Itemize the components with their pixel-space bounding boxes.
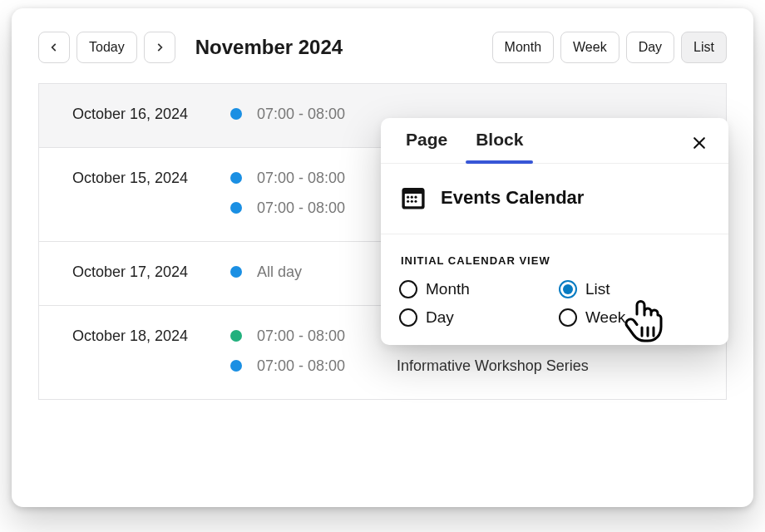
svg-point-5	[411, 196, 413, 199]
event-date: October 16, 2024	[72, 106, 215, 123]
prev-button[interactable]	[38, 32, 70, 63]
event-time: 07:00 - 08:00	[257, 328, 382, 345]
close-icon	[691, 135, 708, 151]
event-date: October 18, 2024	[72, 328, 215, 345]
radio-label: Month	[426, 280, 470, 298]
event-date: October 17, 2024	[72, 264, 215, 281]
calendar-icon	[399, 184, 427, 212]
settings-panel: Page Block Events Calendar Initial Calen…	[381, 118, 728, 345]
panel-tabs: Page Block	[381, 118, 728, 164]
event-title: Informative Workshop Series	[397, 357, 589, 375]
calendar-toolbar: Today November 2024 Month Week Day List	[38, 32, 727, 63]
svg-point-7	[407, 200, 409, 203]
today-button[interactable]: Today	[76, 32, 137, 63]
next-button[interactable]	[144, 32, 175, 63]
view-list-button[interactable]: List	[681, 32, 727, 63]
view-week-button[interactable]: Week	[560, 32, 619, 63]
svg-point-4	[407, 196, 409, 199]
event-dot-icon	[230, 172, 242, 184]
event-dot-icon	[230, 202, 242, 214]
section-label: Initial Calendar View	[401, 254, 710, 267]
event-row[interactable]: 07:00 - 08:00Informative Workshop Series	[72, 351, 703, 381]
event-time: 07:00 - 08:00	[257, 106, 382, 123]
event-time: All day	[257, 264, 382, 281]
nav-group: Today	[38, 32, 175, 63]
cursor-hand-icon	[624, 298, 665, 347]
event-dot-icon	[230, 266, 242, 278]
radio-list[interactable]: List	[559, 280, 710, 298]
event-dot-icon	[230, 360, 242, 372]
radio-label: List	[585, 280, 610, 298]
initial-view-section: Initial Calendar View Month List Day Wee…	[381, 234, 728, 345]
svg-point-6	[414, 196, 417, 199]
close-button[interactable]	[685, 129, 713, 157]
calendar-title: November 2024	[195, 36, 343, 59]
event-date: October 15, 2024	[72, 170, 215, 187]
tab-page[interactable]: Page	[399, 130, 454, 163]
block-title: Events Calendar	[441, 187, 584, 209]
view-month-button[interactable]: Month	[492, 32, 554, 63]
radio-icon	[559, 308, 577, 327]
radio-icon	[559, 280, 577, 298]
svg-rect-3	[405, 194, 422, 206]
view-switcher: Month Week Day List	[492, 32, 727, 63]
event-time: 07:00 - 08:00	[257, 357, 382, 375]
panel-header: Events Calendar	[381, 164, 728, 234]
view-day-button[interactable]: Day	[626, 32, 674, 63]
event-time: 07:00 - 08:00	[257, 200, 382, 217]
chevron-right-icon	[154, 42, 165, 53]
radio-icon	[399, 308, 417, 327]
tab-block[interactable]: Block	[469, 130, 530, 163]
radio-month[interactable]: Month	[399, 280, 550, 298]
svg-point-8	[411, 200, 413, 203]
radio-label: Week	[585, 308, 625, 327]
chevron-left-icon	[48, 42, 60, 53]
event-dot-icon	[230, 330, 242, 342]
radio-icon	[399, 280, 417, 298]
radio-label: Day	[426, 308, 454, 327]
event-time: 07:00 - 08:00	[257, 170, 382, 187]
svg-point-9	[414, 200, 417, 203]
event-dot-icon	[230, 108, 242, 120]
radio-day[interactable]: Day	[399, 308, 550, 327]
